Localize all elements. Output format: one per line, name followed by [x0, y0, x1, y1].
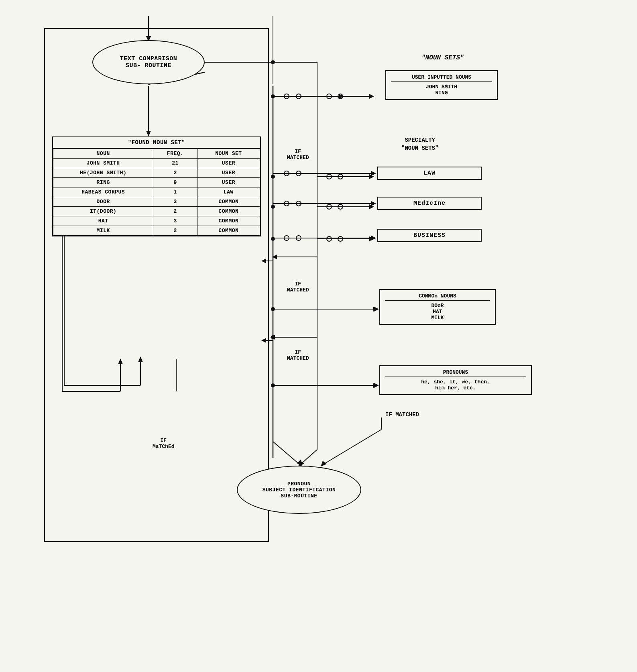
- svg-point-49: [271, 94, 275, 98]
- svg-point-8: [327, 94, 332, 99]
- svg-line-32: [299, 450, 317, 466]
- svg-point-51: [271, 205, 275, 209]
- found-noun-title: "FOUND NOUN SET": [53, 137, 260, 149]
- common-noun-item: HAT: [385, 309, 490, 315]
- svg-marker-71: [371, 236, 376, 240]
- table-row: JOHN SMITH 21 USER: [53, 159, 260, 168]
- table-row: MILK 2 COMMON: [53, 226, 260, 236]
- svg-point-53: [271, 307, 275, 311]
- common-nouns-box: COMMOn NOUNS DOoR HAT MILK: [379, 289, 496, 325]
- svg-marker-10: [369, 94, 374, 99]
- specialty-noun-sets-label: SPECIALTY"NOUN SETS": [401, 136, 438, 152]
- svg-point-57: [284, 94, 289, 99]
- user-noun-item: RING: [391, 90, 492, 96]
- svg-point-13: [338, 174, 343, 179]
- svg-point-61: [284, 171, 289, 176]
- pronoun-subject-ellipse: PRONOUN SUBJECT IDENTIFICATION SUB-ROUTI…: [237, 466, 361, 514]
- user-nouns-box: USER INPUTTED NOUNS JOHN SMITH RING: [385, 70, 498, 100]
- svg-point-9: [338, 94, 343, 99]
- col-noun-set: NOUN SET: [197, 149, 260, 159]
- svg-marker-59: [339, 94, 344, 99]
- noun-sets-label: "NOUN SETS": [421, 54, 464, 61]
- business-box: BUSINESS: [377, 229, 482, 242]
- svg-line-82: [321, 430, 381, 466]
- found-noun-set-table: "FOUND NOUN SET" NOUN FREQ. NOUN SET JOH…: [52, 136, 261, 236]
- svg-point-58: [296, 94, 301, 99]
- svg-point-16: [327, 204, 332, 209]
- medicine-box: MEdIcIne: [377, 197, 482, 210]
- table-row: DOOR 3 COMMON: [53, 197, 260, 207]
- svg-marker-63: [371, 171, 376, 176]
- common-noun-item: DOoR: [385, 303, 490, 309]
- pronouns-box: PRONOUNS he, she, it, we, then,him her, …: [379, 365, 532, 395]
- pronoun-subject-label: PRONOUN SUBJECT IDENTIFICATION SUB-ROUTI…: [263, 481, 336, 499]
- svg-marker-30: [374, 383, 379, 388]
- if-matched-label-3: IFMATCHED: [287, 349, 309, 361]
- table-row: HE(JOHN SMITH) 2 USER: [53, 168, 260, 178]
- svg-marker-26: [374, 307, 379, 312]
- user-nouns-title: USER INPUTTED NOUNS: [391, 74, 492, 82]
- table-row: RING 9 USER: [53, 178, 260, 187]
- pronouns-title: PRONOUNS: [385, 369, 526, 377]
- diagram-container: TEXT COMPARISON SUB- ROUTINE "FOUND NOUN…: [40, 16, 594, 650]
- svg-point-42: [271, 60, 275, 64]
- if-matched-label-1: IFMATCHED: [287, 149, 309, 161]
- law-box: LAW: [377, 167, 482, 180]
- svg-marker-18: [369, 204, 374, 209]
- svg-point-55: [271, 383, 275, 387]
- outer-border: [44, 28, 269, 542]
- pronouns-content: he, she, it, we, then,him her, etc.: [385, 379, 526, 391]
- found-noun-set-data: NOUN FREQ. NOUN SET JOHN SMITH 21 USER H…: [53, 149, 260, 236]
- svg-line-84: [273, 442, 301, 466]
- user-noun-item: JOHN SMITH: [391, 84, 492, 90]
- table-row: HAT 3 COMMON: [53, 216, 260, 226]
- svg-point-12: [327, 174, 332, 179]
- svg-point-62: [296, 171, 301, 176]
- svg-point-70: [296, 236, 301, 240]
- svg-point-69: [284, 236, 289, 240]
- svg-marker-83: [321, 461, 327, 466]
- svg-point-17: [338, 204, 343, 209]
- svg-point-50: [271, 175, 275, 179]
- svg-marker-22: [369, 236, 374, 241]
- svg-marker-79: [373, 383, 378, 388]
- text-comparison-ellipse: TEXT COMPARISON SUB- ROUTINE: [92, 40, 205, 84]
- if-matched-label-2: IFMATCHED: [287, 281, 309, 293]
- svg-marker-28: [270, 335, 275, 340]
- common-noun-item: MILK: [385, 315, 490, 321]
- common-nouns-title: COMMOn NOUNS: [385, 293, 490, 301]
- svg-marker-14: [369, 174, 374, 179]
- svg-point-54: [271, 335, 275, 339]
- if-matched-label-4: IF MATCHED: [385, 411, 419, 418]
- svg-point-21: [338, 236, 343, 241]
- svg-marker-75: [373, 307, 378, 312]
- svg-point-66: [296, 201, 301, 206]
- table-row: HABEAS CORPUS 1 LAW: [53, 187, 260, 197]
- table-row: IT(DOOR) 2 COMMON: [53, 207, 260, 216]
- svg-point-52: [271, 237, 275, 241]
- col-freq: FREQ.: [153, 149, 197, 159]
- svg-marker-24: [272, 255, 277, 259]
- text-comparison-label: TEXT COMPARISON SUB- ROUTINE: [120, 55, 177, 69]
- col-noun: NOUN: [53, 149, 153, 159]
- svg-point-65: [284, 201, 289, 206]
- svg-marker-67: [371, 201, 376, 206]
- svg-point-20: [327, 236, 332, 241]
- if-matched-label-5: IFMaTChEd: [153, 438, 175, 450]
